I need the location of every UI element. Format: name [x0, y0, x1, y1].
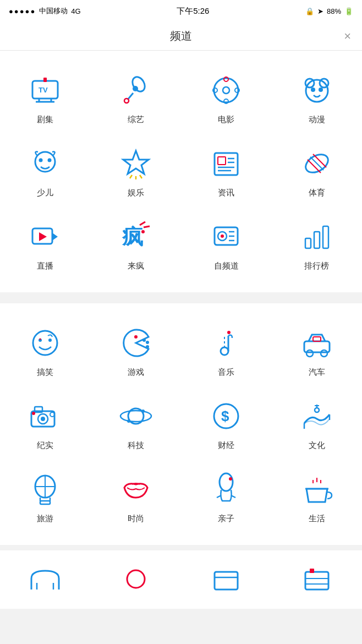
channel-live-label: 直播	[37, 261, 53, 271]
channel-kids[interactable]: 少儿	[0, 135, 91, 208]
dollar-icon: $	[207, 397, 245, 435]
svg-point-11	[223, 87, 229, 94]
svg-point-9	[124, 99, 129, 103]
balloon-icon	[26, 471, 64, 508]
more-icon	[298, 560, 336, 598]
channel-anime[interactable]: 动漫	[272, 62, 363, 135]
svg-point-16	[306, 80, 328, 102]
pacman-icon	[117, 324, 155, 362]
channel-documentary[interactable]: 纪实	[0, 388, 91, 461]
channel-live[interactable]: 直播	[0, 208, 91, 281]
channel-icon	[207, 218, 245, 255]
channel-life[interactable]: 生活	[272, 461, 363, 534]
network: 4G	[71, 7, 80, 15]
status-right: 🔒 ➤ 88% 🔋	[305, 7, 353, 15]
channel-dramas-label: 剧集	[37, 114, 53, 125]
channel-more-4[interactable]	[272, 560, 363, 603]
status-time: 下午5:26	[177, 6, 209, 17]
lock-icon: 🔒	[305, 7, 314, 15]
channel-car[interactable]: 汽车	[272, 314, 363, 388]
svg-rect-29	[218, 157, 226, 165]
svg-point-59	[146, 341, 149, 344]
channel-games[interactable]: 游戏	[91, 314, 182, 388]
close-button[interactable]: ×	[344, 30, 351, 42]
svg-point-44	[141, 230, 145, 233]
svg-line-25	[130, 175, 132, 178]
channel-sports[interactable]: 体育	[272, 135, 363, 208]
svg-point-70	[321, 350, 327, 357]
svg-point-47	[221, 234, 224, 238]
channel-news[interactable]: 资讯	[181, 135, 272, 208]
red-icon	[117, 560, 155, 598]
svg-rect-52	[314, 232, 320, 248]
svg-point-6	[130, 75, 147, 94]
channel-culture[interactable]: 文化	[272, 388, 363, 461]
channel-games-label: 游戏	[128, 367, 144, 378]
svg-rect-109	[310, 569, 314, 573]
battery-icon: 🔋	[344, 7, 353, 15]
svg-line-43	[144, 226, 150, 227]
svg-rect-106	[305, 572, 328, 590]
channel-dramas[interactable]: TV 剧集	[0, 62, 91, 135]
channel-crazy-label: 来疯	[128, 261, 144, 271]
section-pinned: TV 剧集 综艺	[0, 51, 362, 292]
channel-funny-label: 搞笑	[37, 367, 53, 378]
channel-movies[interactable]: 电影	[181, 62, 272, 135]
box-icon	[207, 560, 245, 598]
star-icon	[117, 145, 155, 182]
channel-tech[interactable]: 科技	[91, 388, 182, 461]
chart-icon	[298, 218, 336, 255]
saturn-icon	[117, 397, 155, 435]
rugby-icon	[298, 145, 336, 182]
channel-movies-label: 电影	[218, 114, 234, 125]
svg-marker-24	[123, 151, 149, 174]
channel-life-label: 生活	[309, 514, 325, 524]
camera-icon	[26, 397, 64, 435]
status-bar: ●●●●● 中国移动 4G 下午5:26 🔒 ➤ 88% 🔋	[0, 0, 362, 22]
teacup-icon	[298, 471, 336, 508]
channel-finance[interactable]: $ 财经	[181, 388, 272, 461]
channel-anime-label: 动漫	[309, 114, 325, 125]
channel-ranking[interactable]: 排行榜	[272, 208, 363, 281]
culture-icon	[298, 397, 336, 435]
channel-parenting[interactable]: 亲子	[181, 461, 272, 534]
channel-tech-label: 科技	[128, 440, 144, 451]
svg-rect-51	[305, 238, 311, 248]
channel-more-2[interactable]	[91, 560, 182, 603]
channel-variety[interactable]: 综艺	[91, 62, 182, 135]
channel-crazy[interactable]: 疯 来疯	[91, 208, 182, 281]
channel-fashion-label: 时尚	[128, 514, 144, 524]
svg-rect-90	[40, 501, 50, 504]
svg-point-62	[221, 347, 228, 355]
svg-point-96	[229, 477, 232, 481]
channel-entertainment-label: 娱乐	[128, 188, 144, 198]
svg-line-36	[313, 154, 326, 167]
channel-parenting-label: 亲子	[218, 514, 234, 524]
svg-text:TV: TV	[39, 86, 48, 94]
channel-documentary-label: 纪实	[37, 440, 53, 451]
svg-point-57	[40, 339, 41, 340]
svg-point-56	[48, 339, 52, 342]
channel-fashion[interactable]: 时尚	[91, 461, 182, 534]
channel-car-label: 汽车	[309, 367, 325, 378]
channel-more-3[interactable]	[181, 560, 272, 603]
svg-point-84	[315, 408, 319, 412]
channel-news-label: 资讯	[218, 188, 234, 198]
svg-point-54	[33, 331, 57, 355]
channel-music-label: 音乐	[218, 367, 234, 378]
svg-point-7	[133, 86, 138, 91]
channel-travel[interactable]: 旅游	[0, 461, 91, 534]
svg-point-60	[146, 345, 149, 348]
status-left: ●●●●● 中国移动 4G	[9, 6, 81, 16]
carrier: 中国移动	[39, 6, 68, 16]
channel-self[interactable]: 自频道	[181, 208, 272, 281]
channel-more-1[interactable]	[0, 560, 91, 603]
channel-ranking-label: 排行榜	[304, 261, 329, 271]
film-icon	[207, 72, 245, 109]
channel-entertainment[interactable]: 娱乐	[91, 135, 182, 208]
location-icon: ➤	[317, 7, 323, 15]
svg-point-74	[41, 417, 45, 421]
channel-funny[interactable]: 搞笑	[0, 314, 91, 388]
channel-music[interactable]: 音乐	[181, 314, 272, 388]
svg-point-58	[142, 339, 146, 342]
